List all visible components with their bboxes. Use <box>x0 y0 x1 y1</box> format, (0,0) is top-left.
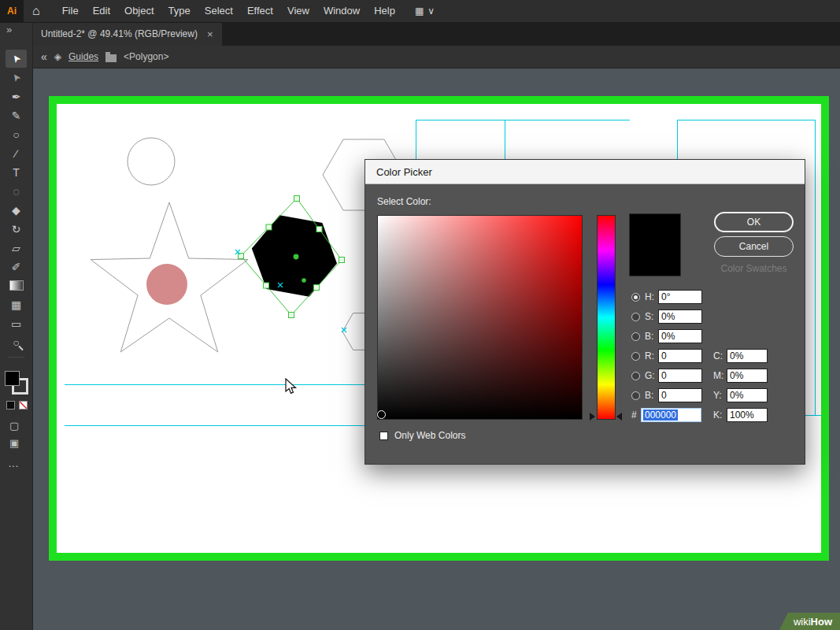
input-r[interactable] <box>658 349 702 363</box>
type-tool[interactable]: T <box>6 163 27 181</box>
radio-g[interactable] <box>631 372 640 380</box>
menu-object[interactable]: Object <box>117 0 161 22</box>
field-row-hex: # 000000 <box>631 407 701 423</box>
toolbar-collapse-icon[interactable]: » <box>6 24 12 35</box>
color-swatches-button[interactable]: Color Swatches <box>714 263 794 274</box>
radio-b2[interactable] <box>631 391 640 400</box>
color-field-marker[interactable] <box>377 410 386 419</box>
breadcrumb-path-label: <Polygon> <box>124 51 168 62</box>
tab-bar: Untitled-2* @ 49.41% (RGB/Preview) × <box>32 22 840 46</box>
eraser-tool[interactable]: ◆ <box>6 201 27 219</box>
input-h[interactable] <box>658 290 702 304</box>
label-c: C: <box>713 350 727 361</box>
hue-slider[interactable] <box>597 215 616 420</box>
back-arrow-icon[interactable]: « <box>41 50 47 63</box>
tab-close-icon[interactable]: × <box>207 28 213 40</box>
menu-select[interactable]: Select <box>198 0 240 22</box>
document-tab-title: Untitled-2* @ 49.41% (RGB/Preview) <box>41 28 198 39</box>
field-row-r: R: <box>631 348 702 364</box>
field-row-g: G: <box>631 368 702 384</box>
ok-button[interactable]: OK <box>714 212 794 232</box>
ellipse-tool[interactable]: ○ <box>6 125 27 143</box>
field-row-c: C: <box>713 348 768 364</box>
draw-mode-icon[interactable]: ▢ <box>9 420 19 432</box>
document-tab[interactable]: Untitled-2* @ 49.41% (RGB/Preview) × <box>32 22 222 46</box>
only-web-colors-option[interactable]: Only Web Colors <box>379 430 465 441</box>
color-swatch-mini[interactable] <box>6 401 15 410</box>
color-picker-dialog: Color Picker Select Color: OK Cancel Col… <box>364 159 805 465</box>
direct-selection-tool[interactable]: ➤ <box>6 69 27 87</box>
screen-mode-icon[interactable]: ▣ <box>9 437 19 449</box>
menu-effect[interactable]: Effect <box>240 0 280 22</box>
artboard-tool[interactable]: ▭ <box>6 314 27 332</box>
only-web-colors-checkbox[interactable] <box>379 432 388 440</box>
layers-icon: ◈ <box>54 51 61 62</box>
input-s[interactable] <box>658 309 702 324</box>
dialog-title[interactable]: Color Picker <box>365 160 805 184</box>
label-h: H: <box>645 291 658 302</box>
pen-tool[interactable]: ✒ <box>6 87 27 106</box>
watermark-how: How <box>811 616 832 628</box>
radio-r[interactable] <box>631 352 640 361</box>
selection-tool[interactable]: ➤ <box>6 50 27 68</box>
line-segment-tool[interactable]: ∕ <box>6 144 27 162</box>
label-b2: B: <box>645 390 658 401</box>
menu-window[interactable]: Window <box>316 0 367 22</box>
illustrator-window: Ai ⌂ File Edit Object Type Select Effect… <box>0 0 840 630</box>
fill-swatch[interactable] <box>5 371 20 386</box>
scale-tool[interactable]: ▱ <box>6 239 27 257</box>
label-s: S: <box>645 311 658 322</box>
label-g: G: <box>645 370 658 381</box>
input-m[interactable] <box>727 369 768 383</box>
select-color-label: Select Color: <box>377 196 431 207</box>
field-row-m: M: <box>713 368 768 384</box>
hex-input[interactable]: 000000 <box>641 408 701 422</box>
input-g[interactable] <box>658 369 702 383</box>
more-tools-icon[interactable]: … <box>8 457 20 469</box>
gradient-tool[interactable] <box>6 276 27 295</box>
wikihow-watermark: wikiHow <box>779 613 840 630</box>
radio-h[interactable] <box>631 293 640 302</box>
radio-b[interactable] <box>631 332 640 341</box>
menu-bar: Ai ⌂ File Edit Object Type Select Effect… <box>0 0 840 23</box>
toolbar-divider <box>8 357 24 358</box>
label-m: M: <box>713 370 727 381</box>
fill-stroke-indicator[interactable] <box>5 371 28 395</box>
color-preview-swatch <box>629 213 681 276</box>
cancel-button[interactable]: Cancel <box>714 236 794 257</box>
workspace-switcher[interactable]: ▦ ∨ <box>415 6 435 17</box>
illustrator-app-icon[interactable]: Ai <box>0 0 24 22</box>
menu-view[interactable]: View <box>280 0 316 22</box>
hue-slider-right-arrow[interactable] <box>616 413 622 421</box>
saturation-brightness-field[interactable] <box>377 215 583 420</box>
only-web-colors-label: Only Web Colors <box>394 430 465 441</box>
menu-edit[interactable]: Edit <box>86 0 117 22</box>
label-y: Y: <box>713 390 727 401</box>
field-row-k: K: <box>713 407 768 423</box>
watermark-wiki: wiki <box>794 616 811 628</box>
eyedropper-tool[interactable]: ✐ <box>6 258 27 276</box>
workspace-grid-icon: ▦ <box>415 6 424 17</box>
zoom-tool[interactable]: ○ <box>6 333 27 351</box>
polygon-tool[interactable]: ◌ <box>6 182 27 200</box>
input-k[interactable] <box>727 408 768 422</box>
none-swatch-mini[interactable] <box>19 401 28 410</box>
input-c[interactable] <box>727 349 768 363</box>
input-y[interactable] <box>727 388 768 402</box>
mesh-tool[interactable]: ▦ <box>6 295 27 313</box>
input-b2[interactable] <box>658 388 702 402</box>
breadcrumb-guides-link[interactable]: Guides <box>68 51 98 62</box>
curvature-tool[interactable]: ✎ <box>6 106 27 124</box>
rotate-tool[interactable]: ↻ <box>6 220 27 238</box>
home-icon[interactable]: ⌂ <box>32 4 40 18</box>
field-row-s: S: <box>631 309 702 324</box>
input-b[interactable] <box>658 329 702 343</box>
menu-type[interactable]: Type <box>161 0 198 22</box>
group-icon <box>105 54 117 62</box>
field-row-y: Y: <box>713 387 768 403</box>
mouse-cursor <box>285 378 298 398</box>
menu-help[interactable]: Help <box>367 0 402 22</box>
menu-file[interactable]: File <box>55 0 86 22</box>
hue-slider-left-arrow[interactable] <box>590 413 595 421</box>
radio-s[interactable] <box>631 313 640 321</box>
